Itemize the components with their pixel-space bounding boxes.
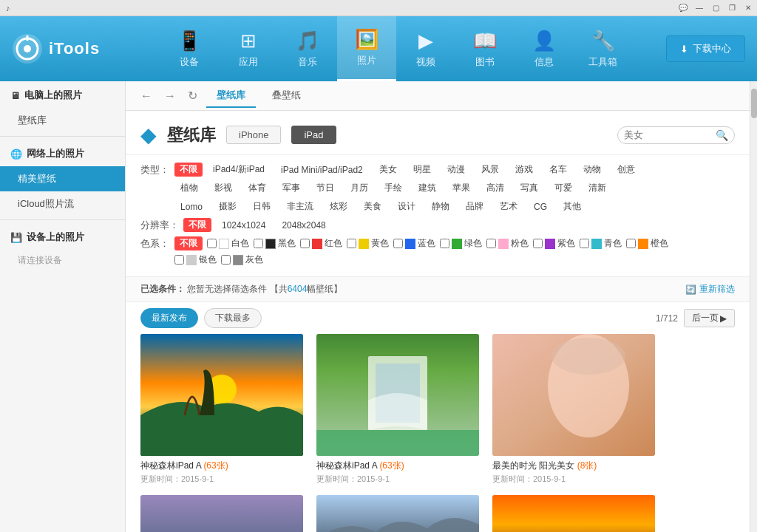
minimize-button[interactable]: —: [693, 2, 705, 14]
filter-tag-other[interactable]: 其他: [557, 200, 587, 214]
filter-tag-design[interactable]: 设计: [392, 200, 421, 214]
resolution-2048[interactable]: 2048x2048: [276, 219, 331, 231]
nav-apps[interactable]: ⊞ 应用: [219, 16, 278, 81]
sidebar-section-device[interactable]: 💾 设备上的照片: [0, 223, 125, 250]
filter-tag-game[interactable]: 游戏: [509, 163, 539, 177]
image-card-4[interactable]: 神秘森林iPad A (63张) 更新时间：2015-9-1: [140, 495, 303, 532]
search-input[interactable]: [624, 129, 713, 140]
color-orange[interactable]: 橙色: [626, 237, 668, 250]
filter-tag-car[interactable]: 名车: [543, 163, 573, 177]
close-button[interactable]: ✕: [742, 2, 754, 14]
color-silver[interactable]: 银色: [174, 253, 217, 266]
filter-tag-festival[interactable]: 节日: [310, 181, 340, 195]
color-cyan[interactable]: 青色: [580, 237, 622, 250]
nav-photos[interactable]: 🖼️ 照片: [337, 16, 396, 81]
color-black-checkbox[interactable]: [254, 239, 263, 248]
maximize-button[interactable]: ▢: [710, 2, 722, 14]
filter-tag-anime[interactable]: 动漫: [441, 163, 471, 177]
color-purple-checkbox[interactable]: [533, 239, 543, 248]
filter-tag-military[interactable]: 军事: [276, 181, 306, 195]
filter-tag-cg[interactable]: CG: [528, 201, 553, 213]
color-red-checkbox[interactable]: [300, 239, 310, 248]
filter-tag-ipad4[interactable]: iPad4/新iPad: [207, 163, 271, 177]
nav-info[interactable]: 👤 信息: [515, 16, 574, 81]
filter-tag-handpainted[interactable]: 手绘: [378, 181, 408, 195]
color-white[interactable]: 白色: [207, 237, 249, 250]
sidebar-item-icloud[interactable]: iCloud照片流: [0, 191, 125, 216]
color-cyan-checkbox[interactable]: [580, 239, 589, 248]
color-black[interactable]: 黑色: [254, 237, 296, 250]
nav-device[interactable]: 📱 设备: [160, 16, 219, 81]
sort-latest-btn[interactable]: 最新发布: [140, 308, 198, 328]
next-page-btn[interactable]: 后一页 ▶: [684, 309, 735, 327]
image-card-6[interactable]: 最美的时光 阳光美女 (8张) 更新时间：2015-9-1: [492, 495, 655, 532]
filter-tag-brand[interactable]: 品牌: [460, 200, 489, 214]
filter-tag-photo[interactable]: 写真: [515, 181, 544, 195]
sidebar-section-network[interactable]: 🌐 网络上的照片: [0, 140, 125, 166]
back-button[interactable]: ←: [138, 88, 155, 104]
filter-tag-film[interactable]: 影视: [208, 181, 238, 195]
image-card-3[interactable]: 最美的时光 阳光美女 (8张) 更新时间：2015-9-1: [492, 334, 655, 485]
forward-button[interactable]: →: [161, 88, 179, 104]
filter-tag-calendar[interactable]: 月历: [344, 181, 374, 195]
scrollbar-track[interactable]: [750, 81, 757, 532]
filter-tag-architecture[interactable]: 建筑: [413, 181, 442, 195]
scrollbar-thumb[interactable]: [751, 89, 757, 118]
color-pink[interactable]: 粉色: [486, 237, 529, 250]
nav-video[interactable]: ▶ 视频: [396, 16, 455, 81]
sidebar-item-fine-wallpaper[interactable]: 精美壁纸: [0, 166, 125, 191]
image-card-5[interactable]: 神秘森林iPad A (63张) 更新时间：2015-9-1: [316, 495, 479, 532]
color-purple[interactable]: 紫色: [533, 237, 575, 250]
filter-tag-plant[interactable]: 植物: [174, 181, 204, 195]
filter-tag-still[interactable]: 静物: [426, 200, 455, 214]
message-icon[interactable]: 💬: [677, 2, 689, 14]
filter-tag-scenery[interactable]: 风景: [475, 163, 505, 177]
sidebar-section-computer[interactable]: 🖥 电脑上的照片: [0, 81, 125, 108]
reset-btn[interactable]: 🔄 重新筛选: [685, 283, 735, 296]
color-white-checkbox[interactable]: [207, 239, 217, 248]
color-yellow[interactable]: 黄色: [347, 237, 389, 250]
filter-tag-korean[interactable]: 日韩: [247, 200, 276, 214]
ipad-btn[interactable]: iPad: [291, 126, 336, 144]
color-blue[interactable]: 蓝色: [393, 237, 435, 250]
filter-tag-star[interactable]: 明星: [407, 163, 437, 177]
color-gray[interactable]: 灰色: [221, 253, 263, 266]
resolution-unlimited-badge[interactable]: 不限: [183, 218, 211, 232]
filter-tag-cute[interactable]: 可爱: [549, 181, 578, 195]
color-gray-checkbox[interactable]: [221, 255, 231, 265]
filter-tag-food[interactable]: 美食: [358, 200, 387, 214]
filter-tag-creative[interactable]: 创意: [611, 163, 641, 177]
tab-beautiful-wallpaper[interactable]: 叠壁纸: [262, 84, 311, 108]
sidebar-item-wallpaper-library[interactable]: 壁纸库: [0, 108, 125, 133]
color-green-checkbox[interactable]: [440, 239, 449, 248]
filter-tag-fresh[interactable]: 清新: [583, 181, 612, 195]
nav-books[interactable]: 📖 图书: [455, 16, 515, 81]
sort-most-download-btn[interactable]: 下载最多: [204, 308, 262, 328]
filter-tag-sport[interactable]: 体育: [242, 181, 272, 195]
nav-music[interactable]: 🎵 音乐: [278, 16, 337, 81]
filter-tag-hd[interactable]: 高清: [481, 181, 510, 195]
tab-wallpaper-library[interactable]: 壁纸库: [206, 84, 256, 108]
filter-tag-alternative[interactable]: 非主流: [281, 200, 319, 214]
filter-tag-ipadmini[interactable]: iPad Mini/iPad/iPad2: [275, 164, 369, 176]
filter-tag-animal[interactable]: 动物: [577, 163, 607, 177]
color-green[interactable]: 绿色: [440, 237, 482, 250]
filter-tag-apple[interactable]: 苹果: [447, 181, 476, 195]
resolution-1024[interactable]: 1024x1024: [216, 219, 271, 231]
color-yellow-checkbox[interactable]: [347, 239, 356, 248]
filter-tag-colorful[interactable]: 炫彩: [324, 200, 353, 214]
color-red[interactable]: 红色: [300, 237, 342, 250]
restore-button[interactable]: ❐: [726, 2, 738, 14]
filter-tag-beauty[interactable]: 美女: [373, 163, 403, 177]
color-unlimited-badge[interactable]: 不限: [174, 236, 203, 250]
image-card-2[interactable]: 神秘森林iPad A (63张) 更新时间：2015-9-1: [316, 334, 479, 485]
filter-tag-lomo[interactable]: Lomo: [174, 201, 208, 213]
download-btn[interactable]: ⬇ 下载中心: [666, 35, 745, 62]
color-orange-checkbox[interactable]: [626, 239, 636, 248]
color-pink-checkbox[interactable]: [486, 239, 496, 248]
search-icon[interactable]: 🔍: [716, 129, 728, 141]
filter-tag-photography[interactable]: 摄影: [213, 200, 242, 214]
filter-tag-art[interactable]: 艺术: [494, 200, 523, 214]
color-blue-checkbox[interactable]: [393, 239, 403, 248]
color-silver-checkbox[interactable]: [174, 255, 184, 265]
